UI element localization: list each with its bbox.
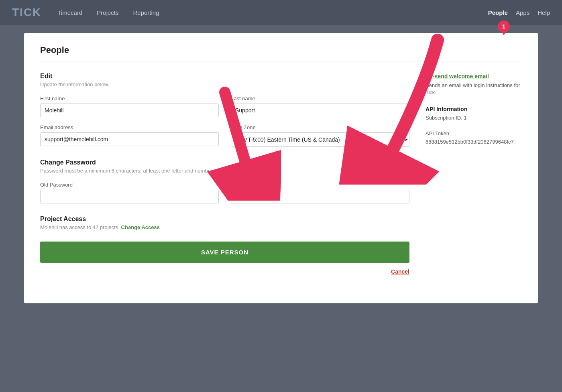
nav-timecard[interactable]: Timecard <box>57 9 82 16</box>
subscription-id: Subscription ID: 1 <box>426 114 522 122</box>
cancel-link[interactable]: Cancel <box>40 268 409 275</box>
page-title: People <box>40 45 522 61</box>
resend-email-desc: Sends an email with login instructions f… <box>426 82 522 96</box>
timezone-label: Time Zone <box>231 124 409 130</box>
save-person-button[interactable]: SAVE PERSON <box>40 242 409 263</box>
old-password-group: Old Password <box>40 182 219 203</box>
notification-badge[interactable]: 1 <box>498 20 510 32</box>
bottom-divider <box>40 287 409 287</box>
content-card: People Edit Update the information below… <box>24 33 538 303</box>
change-password-subtitle: Password must be a minimum 6 characters,… <box>40 168 409 174</box>
page-wrapper: People Edit Update the information below… <box>16 25 546 303</box>
form-right: Re-send welcome email Sends an email wit… <box>426 73 522 287</box>
nav-reporting[interactable]: Reporting <box>133 9 159 16</box>
first-name-group: First name <box>40 95 219 117</box>
last-name-label: Last name <box>231 95 409 102</box>
api-info-title: API Information <box>426 106 522 112</box>
logo: TICK <box>12 6 41 19</box>
change-password-title: Change Password <box>40 159 409 166</box>
nav-help[interactable]: Help <box>538 9 550 16</box>
edit-section: Edit Update the information below. <box>40 73 409 87</box>
timezone-group: Time Zone (GMT-5:00) Eastern Time (US & … <box>231 124 409 147</box>
api-token-value: 6888159e532bb0f33df2062799648fc7 <box>426 138 522 146</box>
first-name-label: First name <box>40 95 219 102</box>
edit-title: Edit <box>40 73 409 80</box>
form-body: Edit Update the information below. First… <box>40 73 522 287</box>
new-password-input[interactable] <box>231 190 409 203</box>
last-name-input[interactable] <box>231 104 409 117</box>
new-password-label: New Password <box>231 182 409 188</box>
last-name-group: Last name <box>231 95 409 117</box>
change-access-link[interactable]: Change Access <box>121 224 160 230</box>
timezone-select[interactable]: (GMT-5:00) Eastern Time (US & Canada) (G… <box>231 132 409 147</box>
name-row: First name Last name <box>40 95 409 117</box>
nav-apps[interactable]: Apps <box>516 9 529 16</box>
change-password-section: Change Password Password must be a minim… <box>40 159 409 174</box>
form-left: Edit Update the information below. First… <box>40 73 409 287</box>
edit-subtitle: Update the information below. <box>40 81 409 87</box>
api-token-label: API Token: <box>426 130 522 138</box>
badge-triangle <box>501 31 506 35</box>
email-timezone-row: Email address Time Zone (GMT-5:00) Easte… <box>40 124 409 147</box>
email-input[interactable] <box>40 132 219 146</box>
project-access-text: Molehill has access to 42 projects. Chan… <box>40 224 409 230</box>
first-name-input[interactable] <box>40 104 219 117</box>
email-group: Email address <box>40 124 219 147</box>
nav-links: Timecard Projects Reporting <box>57 9 488 16</box>
api-info-section: API Information Subscription ID: 1 API T… <box>426 106 522 146</box>
navbar: TICK Timecard Projects Reporting People … <box>0 0 562 25</box>
project-access-info: Molehill has access to 42 projects. <box>40 224 120 230</box>
email-label: Email address <box>40 124 219 130</box>
project-access-section: Project Access Molehill has access to 42… <box>40 215 409 230</box>
password-row: Old Password New Password <box>40 182 409 203</box>
resend-email-link[interactable]: Re-send welcome email <box>426 73 489 79</box>
nav-projects[interactable]: Projects <box>97 9 118 16</box>
old-password-label: Old Password <box>40 182 219 188</box>
nav-right: People Apps Help 1 <box>488 9 550 16</box>
project-access-title: Project Access <box>40 215 409 223</box>
nav-people[interactable]: People <box>488 9 508 16</box>
old-password-input[interactable] <box>40 190 219 203</box>
new-password-group: New Password <box>231 182 409 203</box>
